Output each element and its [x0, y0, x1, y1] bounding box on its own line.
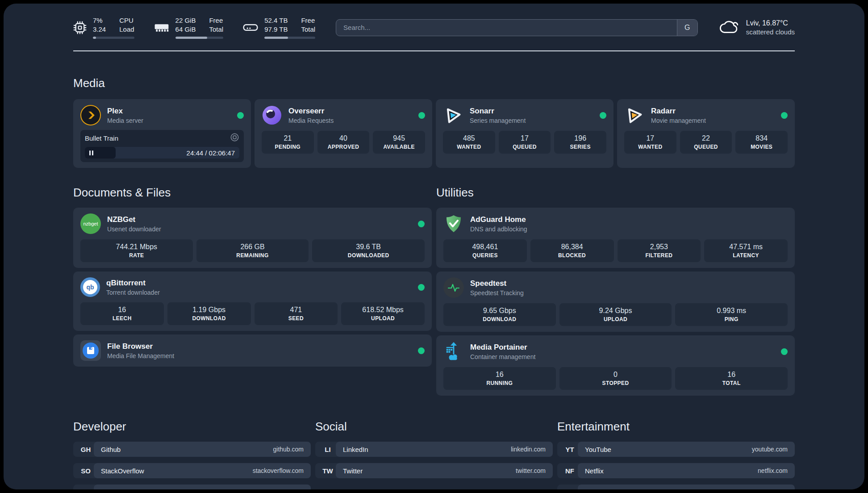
stat-seed: 471 SEED	[255, 302, 338, 325]
search-input[interactable]	[336, 20, 677, 36]
section-title-media: Media	[73, 76, 795, 90]
service-description: Torrent downloader	[106, 289, 160, 296]
service-name: Speedtest	[470, 279, 524, 288]
cloud-icon	[718, 19, 740, 37]
documents-column: Documents & Files nzbget NZBGet Usenet d…	[73, 186, 432, 396]
stat-label: QUEUED	[682, 144, 730, 150]
stat-label: REMAINING	[198, 252, 307, 259]
service-description: DNS and adblocking	[470, 226, 527, 233]
cpu-progress-bar	[93, 37, 134, 39]
service-card-overseerr[interactable]: Overseerr Media Requests 21 PENDING 40 A…	[255, 99, 432, 168]
service-card-filebrowser[interactable]: File Browser Media File Management	[73, 334, 432, 367]
stat-approved: 40 APPROVED	[317, 131, 370, 154]
bookmark-twitter[interactable]: TW Twitter twitter.com	[315, 463, 553, 478]
stat-label: LATENCY	[706, 252, 786, 259]
service-name: Overseerr	[288, 107, 334, 116]
bookmark-reddit[interactable]: RE Reddit reddit.com	[557, 485, 795, 489]
service-card-radarr[interactable]: Radarr Movie management 17 WANTED 22 QUE…	[617, 99, 795, 168]
bookmark-group-entertainment: Entertainment YT YouTube youtube.com NF …	[557, 420, 795, 489]
overseerr-icon	[262, 105, 282, 125]
service-card-sonarr[interactable]: Sonarr Series management 485 WANTED 17 Q…	[436, 99, 613, 168]
stat-value: 485	[445, 134, 493, 142]
status-dot	[418, 284, 425, 291]
adguard-icon	[443, 213, 464, 234]
cpu-load-value: 3.24	[93, 25, 106, 34]
service-card-plex[interactable]: Plex Media server Bullet Train	[73, 99, 251, 168]
memory-total-label: Total	[209, 25, 223, 34]
service-card-qbittorrent[interactable]: qb qBittorrent Torrent downloader 16	[73, 272, 432, 331]
section-title-social: Social	[315, 420, 553, 434]
service-description: Series management	[470, 117, 526, 124]
qbittorrent-icon-text: qb	[86, 284, 94, 291]
service-card-speedtest[interactable]: Speedtest Speedtest Tracking 9.65 Gbps D…	[436, 272, 795, 332]
status-dot	[600, 112, 606, 119]
stat-label: DOWNLOAD	[445, 316, 554, 322]
stat-value: 945	[375, 134, 423, 142]
status-dot	[237, 112, 244, 119]
top-bar: 7% 3.24 CPU Load	[4, 4, 864, 39]
stat-label: MOVIES	[737, 144, 786, 150]
stat-value: 9.24 Gbps	[561, 307, 670, 315]
stat-upload: 9.24 Gbps UPLOAD	[559, 303, 672, 326]
stat-leech: 16 LEECH	[80, 302, 164, 325]
bookmark-name: StackOverflow	[101, 467, 144, 475]
service-description: Media server	[107, 117, 143, 124]
stat-upload: 618.52 Mbps UPLOAD	[341, 302, 425, 325]
stat-label: TOTAL	[677, 380, 786, 386]
playback-progress-bar: 24:44 / 02:06:47	[85, 147, 239, 159]
bookmark-github[interactable]: GH Github github.com	[73, 442, 311, 457]
stat-label: RATE	[82, 252, 191, 259]
stat-label: DOWNLOAD	[169, 315, 249, 322]
stat-label: WANTED	[626, 144, 675, 150]
portainer-icon	[443, 341, 464, 362]
stat-label: LEECH	[82, 315, 162, 322]
plex-icon	[80, 105, 101, 125]
pause-icon	[89, 150, 93, 155]
status-dot	[781, 112, 788, 119]
service-card-portainer[interactable]: Media Portainer Container management 16 …	[436, 335, 795, 396]
stat-ping: 0.993 ms PING	[675, 303, 788, 326]
stat-value: 40	[319, 134, 368, 142]
bookmark-linkedin[interactable]: LI LinkedIn linkedin.com	[315, 442, 553, 457]
disk-total-value: 97.9 TB	[264, 25, 288, 34]
service-description: Movie management	[651, 117, 706, 124]
status-dot	[418, 221, 425, 227]
settings-icon[interactable]	[230, 133, 239, 144]
status-dot	[418, 112, 425, 119]
stat-label: STOPPED	[561, 380, 670, 386]
stat-label: APPROVED	[319, 144, 368, 150]
bookmark-url: youtube.com	[752, 446, 788, 453]
service-name: File Browser	[107, 342, 174, 351]
bookmark-youtube[interactable]: YT YouTube youtube.com	[557, 442, 795, 457]
stat-label: DOWNLOADED	[314, 252, 423, 259]
stat-label: UPLOAD	[343, 315, 423, 322]
stat-series: 196 SERIES	[554, 131, 606, 154]
bookmark-stackoverflow[interactable]: SO StackOverflow stackoverflow.com	[73, 463, 311, 478]
stat-value: 0	[561, 371, 670, 379]
section-title-utilities: Utilities	[436, 186, 795, 200]
bookmark-name: LinkedIn	[343, 446, 368, 453]
stat-value: 21	[263, 134, 312, 142]
stat-remaining: 266 GB REMAINING	[196, 239, 309, 262]
service-description: Speedtest Tracking	[470, 289, 524, 297]
stat-available: 945 AVAILABLE	[373, 131, 425, 154]
bookmark-url: twitter.com	[516, 467, 546, 474]
bookmark-name: Reddit	[585, 489, 604, 490]
stat-value: 196	[556, 134, 605, 142]
stat-value: 16	[445, 371, 554, 379]
stat-value: 9.65 Gbps	[445, 307, 554, 315]
service-card-nzbget[interactable]: nzbget NZBGet Usenet downloader 744.21 M…	[73, 208, 432, 268]
service-card-adguard[interactable]: AdGuard Home DNS and adblocking 498,461 …	[436, 208, 795, 268]
service-name: Radarr	[651, 107, 706, 116]
stat-value: 618.52 Mbps	[343, 306, 423, 314]
bookmark-dev[interactable]: DT DEV dev.to	[73, 485, 311, 489]
weather-condition: scattered clouds	[746, 28, 795, 36]
search-provider-button[interactable]: G	[677, 20, 697, 36]
stat-label: QUERIES	[445, 252, 525, 259]
stat-value: 498,461	[445, 243, 525, 251]
stat-value: 0.993 ms	[677, 307, 786, 315]
memory-free-value: 22 GiB	[175, 16, 196, 25]
bookmark-netflix[interactable]: NF Netflix netflix.com	[557, 463, 795, 478]
header-divider	[73, 50, 795, 51]
now-playing-title: Bullet Train	[85, 134, 118, 142]
